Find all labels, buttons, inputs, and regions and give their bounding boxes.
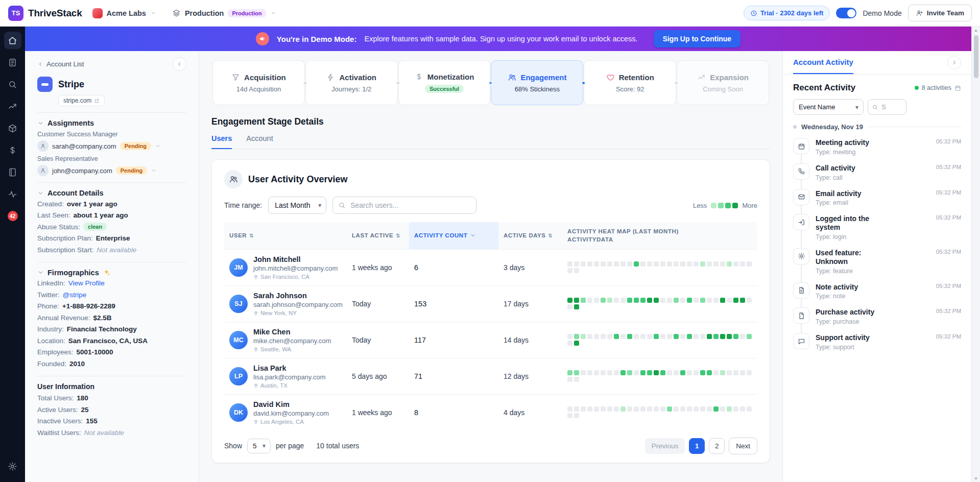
column-user[interactable]: USER⇅ <box>224 222 347 249</box>
stage-label: Activation <box>339 73 376 82</box>
rail-item-docs[interactable] <box>4 163 21 181</box>
settings-icon <box>8 462 17 471</box>
page-size-select[interactable]: 5 <box>247 439 271 453</box>
rail-item-alerts[interactable]: 42 <box>4 207 21 225</box>
tab-account[interactable]: Account <box>246 134 273 149</box>
scroll-down-arrow[interactable]: ▼ <box>974 475 978 482</box>
stage-card-activation[interactable]: ActivationJourneys: 1/2 <box>305 60 398 105</box>
calendar-icon[interactable] <box>954 85 961 91</box>
time-range-select[interactable]: Last Month <box>268 197 326 214</box>
column-active-days[interactable]: ACTIVE DAYS⇅ <box>498 222 562 249</box>
page-button-1[interactable]: 1 <box>689 438 705 454</box>
heatmap-cell <box>680 298 685 303</box>
assignments-section-header[interactable]: Assignments <box>37 119 186 127</box>
heatmap-cell <box>567 370 572 375</box>
stage-card-expansion[interactable]: ExpansionComing Soon <box>677 60 769 105</box>
activity-item[interactable]: Email activity05:32 PMType: email <box>793 189 961 207</box>
table-row[interactable]: JMJohn Mitchelljohn.mitchell@company.com… <box>224 249 757 285</box>
user-cell: LPLisa Parklisa.park@company.comAustin, … <box>224 358 347 394</box>
activity-timeline: Meeting activity05:32 PMType: meetingCal… <box>793 138 961 351</box>
vertical-scrollbar[interactable]: ▲ ▼ <box>971 27 980 482</box>
last-active-cell: Today <box>347 294 409 314</box>
divider <box>37 376 186 376</box>
rail-item-growth[interactable] <box>4 98 21 115</box>
rail-item-activity[interactable] <box>4 185 21 203</box>
column-activity-count[interactable]: ACTIVITY COUNT <box>409 222 498 249</box>
event-name-filter[interactable]: Event Name <box>793 99 864 115</box>
rail-item-home[interactable] <box>4 32 21 49</box>
event-filter-wrap: Event Name <box>793 99 864 115</box>
activation-icon <box>326 73 335 82</box>
heatmap-cell <box>581 406 586 412</box>
detail-label: Industry: <box>37 325 64 333</box>
activity-item[interactable]: Used feature: Unknown05:32 PMType: featu… <box>793 248 961 275</box>
activity-item[interactable]: Purchase activity05:32 PMType: purchase <box>793 307 961 325</box>
panel-collapse-button[interactable] <box>947 56 961 69</box>
activity-item[interactable]: Logged into the system05:32 PMType: logi… <box>793 214 961 240</box>
scroll-up-arrow[interactable]: ▲ <box>974 27 978 34</box>
stage-label: Acquisition <box>244 73 286 82</box>
chevron-down-icon[interactable] <box>151 167 157 174</box>
heatmap-cell <box>634 334 639 339</box>
heatmap-cell <box>601 406 606 412</box>
stage-card-acquisition[interactable]: Acquisition14d Acquisition <box>212 60 305 105</box>
detail-label: Twitter: <box>37 291 60 299</box>
activity-item[interactable]: Call activity05:32 PMType: call <box>793 163 961 181</box>
stage-card-monetization[interactable]: MonetizationSuccessful <box>398 60 491 105</box>
detail-link[interactable]: @stripe <box>63 291 87 299</box>
expansion-icon <box>697 73 706 82</box>
stage-card-engagement[interactable]: Engagement68% Stickiness <box>491 60 583 105</box>
account-details-section-header[interactable]: Account Details <box>37 189 186 197</box>
rail-item-tasks[interactable] <box>4 54 21 71</box>
signup-button[interactable]: Sign Up to Continue <box>654 30 741 47</box>
firmographics-section-header[interactable]: Firmographics <box>37 269 186 277</box>
heatmap-cell <box>614 406 619 412</box>
heatmap-cell <box>694 370 699 375</box>
activity-title: Purchase activity <box>816 308 874 317</box>
clock-icon <box>750 10 757 17</box>
brand[interactable]: TS ThriveStack <box>8 6 82 21</box>
demo-mode-toggle[interactable] <box>836 8 856 18</box>
rail-item-billing[interactable] <box>4 141 21 159</box>
rail-item-settings[interactable] <box>4 457 21 475</box>
heatmap-cell <box>700 261 705 267</box>
assignment-row[interactable]: john@company.comPending <box>37 165 186 176</box>
page-button-2[interactable]: 2 <box>709 438 725 454</box>
column-last-active[interactable]: LAST ACTIVE⇅ <box>347 222 409 249</box>
scrollbar-thumb[interactable] <box>974 35 978 78</box>
rail-item-search[interactable] <box>4 76 21 93</box>
domain-label: stripe.com <box>63 97 91 104</box>
activity-title: Meeting activity <box>816 138 869 147</box>
org-selector[interactable]: Acme Labs <box>87 5 162 21</box>
environment-selector[interactable]: Production Production <box>167 6 282 20</box>
top-right-actions: Trial · 2302 days left Demo Mode Invite … <box>744 5 972 21</box>
invite-team-button[interactable]: Invite Team <box>908 5 972 21</box>
heatmap-cell <box>694 261 699 267</box>
trial-countdown[interactable]: Trial · 2302 days left <box>744 6 830 20</box>
table-row[interactable]: MCMike Chenmike.chen@company.comSeattle,… <box>224 322 757 358</box>
activity-item[interactable]: Note activity05:32 PMType: note <box>793 282 961 300</box>
next-page-button[interactable]: Next <box>729 438 757 454</box>
table-row[interactable]: SJSarah Johnsonsarah.johnson@company.com… <box>224 285 757 322</box>
back-to-account-list[interactable]: Account List <box>37 60 84 68</box>
tab-users[interactable]: Users <box>211 134 232 149</box>
tab-account-activity[interactable]: Account Activity <box>793 51 853 74</box>
heatmap-cell <box>747 406 752 412</box>
avatar: DK <box>229 403 248 422</box>
heatmap-cell <box>700 298 705 303</box>
account-domain-link[interactable]: stripe.com <box>58 95 105 106</box>
activity-item[interactable]: Meeting activity05:32 PMType: meeting <box>793 138 961 156</box>
assignment-row[interactable]: sarah@company.comPending <box>37 140 186 152</box>
table-row[interactable]: DKDavid Kimdavid.kim@company.comLos Ange… <box>224 394 757 430</box>
table-row[interactable]: LPLisa Parklisa.park@company.comAustin, … <box>224 358 757 394</box>
stage-card-retention[interactable]: RetentionScore: 92 <box>584 60 676 105</box>
chevron-down-icon[interactable] <box>155 143 161 149</box>
activity-item[interactable]: Support activity05:32 PMType: support <box>793 333 961 351</box>
rail-item-packages[interactable] <box>4 119 21 137</box>
docs-icon <box>8 167 17 177</box>
heatmap-cell <box>707 334 712 339</box>
sidebar-collapse-button[interactable] <box>173 57 186 71</box>
search-users-input[interactable] <box>332 197 476 214</box>
detail-link[interactable]: View Profile <box>68 279 105 287</box>
previous-page-button[interactable]: Previous <box>645 438 685 454</box>
